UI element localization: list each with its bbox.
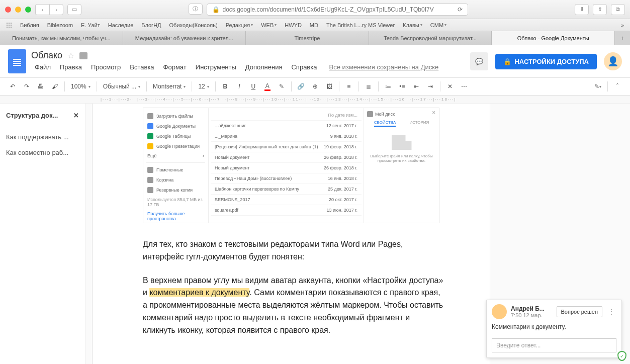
bulleted-list-button[interactable]: •≡	[396, 80, 409, 93]
text-color-button[interactable]: A	[261, 80, 274, 93]
comments-button[interactable]: 💬	[470, 52, 488, 70]
account-avatar[interactable]: 👤	[604, 52, 622, 70]
tabs-button[interactable]: ⧉	[611, 4, 625, 15]
menu-format[interactable]: Формат	[160, 62, 190, 72]
editing-mode-button[interactable]: ✎ ▾	[591, 80, 604, 93]
share-button[interactable]: 🔒 НАСТРОЙКИ ДОСТУПА	[495, 54, 597, 69]
menu-tools[interactable]: Инструменты	[192, 62, 240, 72]
bookmark[interactable]: The British L...ry MS Viewer	[326, 22, 395, 28]
docs-logo-icon[interactable]	[8, 49, 26, 73]
folder-icon[interactable]	[79, 52, 87, 59]
browser-tabs: Понимать, как мы мыслим, чтобы уч... Мед…	[0, 31, 630, 45]
traffic-lights	[5, 7, 31, 13]
bookmark-bar: Библия Biblezoom Е. Уайт Наследие БлогНД…	[0, 19, 630, 31]
address-bar-wrap: ⓘ 🔒 docs.google.com/document/d/1Cx6dErUg…	[85, 4, 571, 16]
bookmark[interactable]: Редакция ▾	[226, 22, 253, 28]
bookmark[interactable]: Обиходы(Консоль)	[169, 22, 218, 28]
align-button[interactable]: ≡	[342, 80, 355, 93]
close-outline-icon[interactable]: ✕	[73, 112, 79, 119]
clear-format-button[interactable]: ✕	[443, 80, 457, 93]
bookmark[interactable]: БлогНД	[141, 22, 161, 28]
link-button[interactable]: 🔗	[295, 80, 308, 93]
collapse-toolbar-button[interactable]: ˆ	[611, 80, 624, 93]
bookmark[interactable]: Библия	[20, 22, 39, 28]
back-button[interactable]: ‹	[35, 4, 49, 15]
comment-time: 7:50 12 мар.	[511, 312, 545, 318]
bookmark[interactable]: Клавы ▾	[403, 22, 422, 28]
nav-buttons: ‹ ›	[35, 4, 63, 15]
menu-file[interactable]: Файл	[31, 62, 54, 72]
browser-tab[interactable]: Timestripe	[246, 31, 369, 45]
indent-dec-button[interactable]: ⇤	[410, 80, 423, 93]
browser-tab[interactable]: Tenda Беспроводной маршрутизат...	[369, 31, 492, 45]
comment-insert-button[interactable]: ⊕	[309, 80, 322, 93]
image-button[interactable]: 🖼	[323, 80, 336, 93]
line-spacing-button[interactable]: ≣	[362, 80, 375, 93]
underline-button[interactable]: U	[247, 80, 260, 93]
comment-menu-icon[interactable]: ⋮	[606, 308, 616, 315]
paragraph[interactable]: Для тех, кто знаком с текстовыми редакто…	[143, 238, 444, 263]
reload-icon[interactable]: ⟳	[458, 6, 463, 13]
highlight-button[interactable]: ✎	[275, 80, 288, 93]
indent-inc-button[interactable]: ⇥	[424, 80, 437, 93]
sidebar-toggle[interactable]: ▭	[67, 4, 81, 15]
bookmark[interactable]: WEB ▾	[261, 22, 277, 28]
outline-item[interactable]: Как поддерживать ...	[6, 129, 79, 145]
maximize-window[interactable]	[25, 7, 31, 13]
address-bar[interactable]: 🔒 docs.google.com/document/d/1Cx6dErUg9K…	[207, 4, 468, 16]
zoom-select[interactable]: 100%▾	[68, 80, 94, 93]
privacy-button[interactable]: ⓘ	[189, 4, 203, 15]
bookmark[interactable]: CMM ▾	[430, 22, 446, 28]
document-text[interactable]: Для тех, кто знаком с текстовыми редакто…	[93, 233, 490, 337]
embedded-screenshot: ✕ Загрузить файлы Google Документы Googl…	[143, 108, 439, 223]
bold-button[interactable]: B	[219, 80, 232, 93]
doc-title[interactable]: Облако	[31, 50, 62, 61]
toolbar-right: ⬇ ⇪ ⧉	[575, 4, 625, 15]
menu-edit[interactable]: Правка	[56, 62, 85, 72]
undo-button[interactable]: ↶	[6, 80, 19, 93]
comment-thread[interactable]: Андрей Б... 7:50 12 мар. Вопрос решен ⋮ …	[486, 300, 622, 358]
more-button[interactable]: ⋯	[458, 80, 471, 93]
style-select[interactable]: Обычный ...▾	[100, 80, 143, 93]
bookmarks-overflow[interactable]: »	[621, 22, 624, 28]
bookmark[interactable]: MD	[310, 22, 318, 28]
paragraph[interactable]: В верхнем правом углу мы видим аватар ак…	[143, 275, 444, 337]
browser-tab[interactable]: Понимать, как мы мыслим, чтобы уч...	[0, 31, 123, 45]
ruler[interactable]: |···1···|···2···|···3···|···4···|···5···…	[0, 96, 630, 104]
menu-view[interactable]: Просмотр	[87, 62, 124, 72]
mac-window-chrome: ‹ › ▭ ⓘ 🔒 docs.google.com/document/d/1Cx…	[0, 0, 630, 19]
fontsize-select[interactable]: 12▾	[195, 80, 212, 93]
minimize-window[interactable]	[15, 7, 21, 13]
forward-button[interactable]: ›	[49, 4, 63, 15]
numbered-list-button[interactable]: ≔	[382, 80, 395, 93]
resolve-button[interactable]: Вопрос решен	[557, 306, 602, 317]
share-button[interactable]: ⇪	[593, 4, 607, 15]
bookmark[interactable]: Е. Уайт	[81, 22, 100, 28]
comment-avatar	[492, 304, 507, 319]
bookmark[interactable]: Biblezoom	[47, 22, 73, 28]
formatting-toolbar: ↶ ↷ 🖶 🖌 100%▾ Обычный ...▾ Montserrat▾ 1…	[0, 77, 630, 96]
font-select[interactable]: Montserrat▾	[150, 80, 189, 93]
browser-tab-active[interactable]: Облако - Google Документы	[492, 31, 615, 45]
bookmark[interactable]: Наследие	[108, 22, 134, 28]
menu-addons[interactable]: Дополнения	[242, 62, 286, 72]
print-button[interactable]: 🖶	[34, 80, 47, 93]
new-tab-button[interactable]: +	[615, 31, 630, 45]
italic-button[interactable]: I	[233, 80, 246, 93]
highlighted-text[interactable]: комментариев к документу	[149, 288, 249, 297]
save-status[interactable]: Все изменения сохранены на Диске	[325, 62, 442, 72]
browser-tab[interactable]: Медиадизайн: об уважении к зрител...	[123, 31, 246, 45]
menu-insert[interactable]: Вставка	[126, 62, 157, 72]
close-window[interactable]	[5, 7, 11, 13]
apps-icon[interactable]	[6, 22, 12, 28]
document-body: Структура док... ✕ Как поддерживать ... …	[0, 104, 630, 364]
paint-format-button[interactable]: 🖌	[48, 80, 61, 93]
outline-item[interactable]: Как совместно раб...	[6, 145, 79, 160]
bookmark[interactable]: HWYD	[285, 22, 302, 28]
menu-help[interactable]: Справка	[288, 62, 320, 72]
reply-input[interactable]: Введите ответ...	[492, 338, 616, 352]
lock-icon: 🔒	[212, 6, 220, 13]
redo-button[interactable]: ↷	[20, 80, 33, 93]
star-icon[interactable]: ☆	[67, 51, 74, 60]
downloads-button[interactable]: ⬇	[575, 4, 589, 15]
